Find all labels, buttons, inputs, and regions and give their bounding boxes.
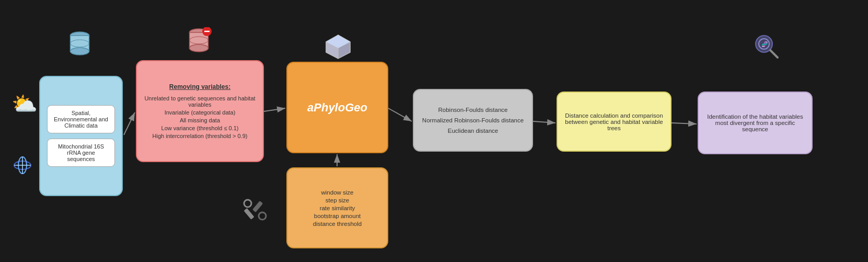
rf-item-3: Euclidean distance [443,127,504,135]
svg-point-27 [244,200,251,207]
distance-calc-box: Distance calculation and comparison betw… [557,92,672,152]
remove-item-1: Unrelated to genetic sequences and habit… [143,95,257,108]
search-analysis-icon: 🧬 [753,32,781,66]
spatial-data-box: Spatial, Environnemental and Climatic da… [47,105,115,133]
svg-line-3 [388,108,412,121]
aphylogeo-box: aPhyloGeo [286,62,388,153]
diagram-container: ⛅ [0,0,868,262]
svg-rect-26 [244,208,254,220]
param-window-size: window size [321,189,354,196]
svg-text:🧬: 🧬 [761,41,768,48]
database-icon-1 [68,30,91,64]
svg-line-5 [672,123,697,124]
dna-sequences-label: Mitochondrial 16S rRNA gene sequences [58,143,104,162]
spatial-data-label: Spatial, Environnemental and Climatic da… [54,110,108,129]
remove-variables-box: Removing variables: Unrelated to genetic… [136,60,264,162]
param-step-size: step size [326,197,349,203]
tools-icon [241,196,268,227]
weather-icon: ⛅ [11,92,38,116]
svg-line-2 [264,108,285,111]
rf-distances-box: Robinson-Foulds distance Normalized Robi… [413,89,533,152]
remove-item-5: High intercorrelation (threshold > 0.9) [153,133,248,139]
rf-item-2: Normalized Robinson-Foulds distance [417,116,529,124]
svg-point-17 [190,44,209,52]
identification-text: Identification of the habitat variables … [704,113,806,132]
remove-variables-title: Removing variables: [169,83,230,90]
cube-icon [324,32,353,66]
svg-point-29 [259,212,266,220]
svg-line-4 [533,121,555,123]
params-box: window size step size rate similarity bo… [286,167,388,248]
svg-line-1 [124,112,135,135]
remove-item-3: All missing data [180,117,220,123]
remove-item-2: Invariable (categorical data) [165,109,236,116]
database-remove-icon [187,27,213,63]
dna-sequences-box: Mitochondrial 16S rRNA gene sequences [47,139,115,167]
identification-box: Identification of the habitat variables … [698,92,813,154]
rf-item-1: Robinson-Foulds distance [433,106,513,114]
svg-rect-28 [252,201,263,212]
dna-icon [11,154,33,180]
input-data-box: Spatial, Environnemental and Climatic da… [39,76,123,196]
param-distance-threshold: distance threshold [313,221,362,227]
remove-item-4: Low variance (threshold ≤ 0.1) [161,125,239,131]
svg-point-13 [71,48,89,55]
aphylogeo-label: aPhyloGeo [307,101,367,115]
svg-line-33 [770,50,778,58]
distance-calc-text: Distance calculation and comparison betw… [563,112,665,131]
param-bootstrap-amount: bootstrap amount [314,213,361,219]
param-rate-similarity: rate similarity [320,205,355,211]
